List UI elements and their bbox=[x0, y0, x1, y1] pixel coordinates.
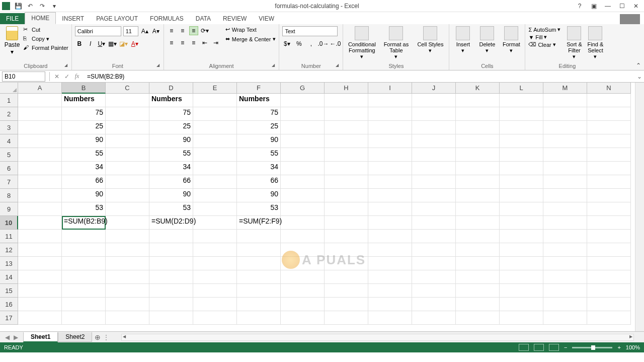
row-header-2[interactable]: 2 bbox=[0, 107, 18, 121]
cell-D15[interactable] bbox=[149, 284, 193, 298]
cell-G2[interactable] bbox=[281, 107, 325, 121]
cell-H1[interactable] bbox=[325, 94, 368, 107]
cells-area[interactable]: NumbersNumbersNumbers7575752525259090905… bbox=[18, 94, 635, 331]
cell-D4[interactable]: 90 bbox=[149, 134, 193, 148]
cell-M7[interactable] bbox=[543, 175, 587, 189]
page-break-view-icon[interactable] bbox=[549, 344, 559, 351]
row-header-7[interactable]: 7 bbox=[0, 175, 18, 189]
borders-button[interactable]: ▦▾ bbox=[108, 39, 117, 48]
decrease-decimal-icon[interactable]: ←.0 bbox=[331, 39, 340, 48]
cell-A17[interactable] bbox=[18, 311, 62, 325]
row-header-14[interactable]: 14 bbox=[0, 270, 18, 284]
col-header-M[interactable]: M bbox=[543, 83, 587, 94]
cell-J15[interactable] bbox=[412, 284, 456, 298]
qat-customize-icon[interactable]: ▾ bbox=[50, 2, 58, 10]
col-header-J[interactable]: J bbox=[412, 83, 456, 94]
cell-H7[interactable] bbox=[325, 175, 368, 189]
tab-insert[interactable]: INSERT bbox=[56, 13, 90, 24]
cell-A6[interactable] bbox=[18, 162, 62, 175]
cell-M10[interactable] bbox=[543, 216, 587, 230]
cell-F13[interactable] bbox=[237, 257, 281, 270]
cell-H15[interactable] bbox=[325, 284, 368, 298]
maximize-icon[interactable]: ☐ bbox=[618, 2, 626, 10]
cell-F12[interactable] bbox=[237, 243, 281, 257]
cell-N11[interactable] bbox=[587, 230, 631, 243]
cell-H13[interactable] bbox=[325, 257, 368, 270]
cell-I12[interactable] bbox=[368, 243, 412, 257]
row-header-12[interactable]: 12 bbox=[0, 243, 18, 257]
page-layout-view-icon[interactable] bbox=[534, 344, 544, 351]
cell-I10[interactable] bbox=[368, 216, 412, 230]
cell-N1[interactable] bbox=[587, 94, 631, 107]
cell-I6[interactable] bbox=[368, 162, 412, 175]
cell-L11[interactable] bbox=[500, 230, 543, 243]
col-header-K[interactable]: K bbox=[456, 83, 500, 94]
help-icon[interactable]: ? bbox=[576, 2, 584, 10]
cell-E11[interactable] bbox=[193, 230, 237, 243]
cell-F7[interactable]: 66 bbox=[237, 175, 281, 189]
cell-J13[interactable] bbox=[412, 257, 456, 270]
cell-B3[interactable]: 25 bbox=[62, 121, 106, 134]
cell-N17[interactable] bbox=[587, 311, 631, 325]
cell-I8[interactable] bbox=[368, 189, 412, 202]
cell-D3[interactable]: 25 bbox=[149, 121, 193, 134]
cell-I7[interactable] bbox=[368, 175, 412, 189]
close-icon[interactable]: ✕ bbox=[632, 2, 640, 10]
merge-center-button[interactable]: ⬌Merge & Center ▾ bbox=[225, 36, 276, 42]
conditional-formatting-button[interactable]: Conditional Formatting▾ bbox=[346, 26, 377, 59]
cell-K13[interactable] bbox=[456, 257, 500, 270]
delete-cells-button[interactable]: Delete▾ bbox=[476, 26, 498, 53]
cell-B2[interactable]: 75 bbox=[62, 107, 106, 121]
cell-H2[interactable] bbox=[325, 107, 368, 121]
cell-A12[interactable] bbox=[18, 243, 62, 257]
cell-F17[interactable] bbox=[237, 311, 281, 325]
cell-B9[interactable]: 53 bbox=[62, 202, 106, 216]
cell-F14[interactable] bbox=[237, 270, 281, 284]
increase-decimal-icon[interactable]: .0→ bbox=[318, 39, 328, 48]
font-size-combo[interactable] bbox=[123, 26, 138, 36]
cell-L16[interactable] bbox=[500, 298, 543, 311]
cell-E2[interactable] bbox=[193, 107, 237, 121]
cell-D13[interactable] bbox=[149, 257, 193, 270]
cell-G9[interactable] bbox=[281, 202, 325, 216]
cell-K3[interactable] bbox=[456, 121, 500, 134]
cell-G14[interactable] bbox=[281, 270, 325, 284]
number-launcher-icon[interactable]: ◢ bbox=[336, 63, 342, 69]
fill-color-button[interactable]: ◪▾ bbox=[119, 39, 128, 48]
select-all-button[interactable] bbox=[0, 83, 18, 94]
sheet-tab-sheet2[interactable]: Sheet2 bbox=[58, 332, 92, 342]
cell-B12[interactable] bbox=[62, 243, 106, 257]
cell-D11[interactable] bbox=[149, 230, 193, 243]
cell-A5[interactable] bbox=[18, 148, 62, 162]
cell-F2[interactable]: 75 bbox=[237, 107, 281, 121]
cell-H14[interactable] bbox=[325, 270, 368, 284]
cell-L14[interactable] bbox=[500, 270, 543, 284]
comma-format-icon[interactable]: , bbox=[306, 39, 315, 48]
cell-J12[interactable] bbox=[412, 243, 456, 257]
col-header-E[interactable]: E bbox=[193, 83, 237, 94]
cell-B16[interactable] bbox=[62, 298, 106, 311]
cell-K14[interactable] bbox=[456, 270, 500, 284]
cell-E6[interactable] bbox=[193, 162, 237, 175]
cell-D6[interactable]: 34 bbox=[149, 162, 193, 175]
col-header-F[interactable]: F bbox=[237, 83, 281, 94]
column-headers[interactable]: ABCDEFGHIJKLMN bbox=[18, 83, 635, 94]
cell-H5[interactable] bbox=[325, 148, 368, 162]
cell-L6[interactable] bbox=[500, 162, 543, 175]
row-header-16[interactable]: 16 bbox=[0, 298, 18, 311]
cell-A11[interactable] bbox=[18, 230, 62, 243]
cell-L1[interactable] bbox=[500, 94, 543, 107]
cell-N12[interactable] bbox=[587, 243, 631, 257]
cell-E12[interactable] bbox=[193, 243, 237, 257]
row-header-9[interactable]: 9 bbox=[0, 202, 18, 216]
cell-E7[interactable] bbox=[193, 175, 237, 189]
expand-formula-bar-icon[interactable]: ⌄ bbox=[635, 73, 644, 80]
tab-file[interactable]: FILE bbox=[0, 13, 25, 24]
cell-M8[interactable] bbox=[543, 189, 587, 202]
cell-N8[interactable] bbox=[587, 189, 631, 202]
cell-G15[interactable] bbox=[281, 284, 325, 298]
cell-K10[interactable] bbox=[456, 216, 500, 230]
cell-K1[interactable] bbox=[456, 94, 500, 107]
col-header-B[interactable]: B bbox=[62, 83, 106, 94]
cell-E16[interactable] bbox=[193, 298, 237, 311]
